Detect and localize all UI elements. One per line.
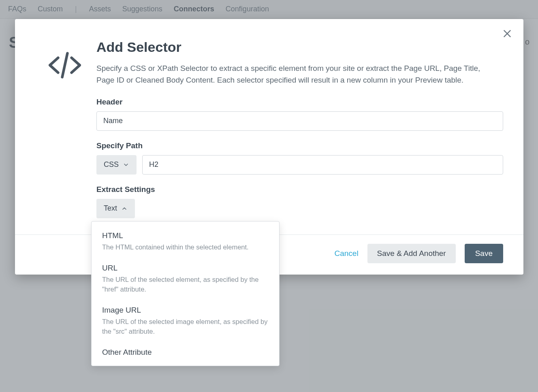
code-icon: [35, 39, 94, 222]
dropdown-item-desc: The URL of the selected image element, a…: [102, 317, 269, 337]
chevron-down-icon: [123, 162, 129, 168]
path-type-value: CSS: [104, 160, 119, 169]
header-input[interactable]: [96, 111, 503, 131]
specify-path-label: Specify Path: [96, 141, 503, 150]
extract-settings-label: Extract Settings: [96, 185, 503, 194]
dropdown-item-title: Image URL: [102, 306, 269, 315]
dropdown-item-other-attribute[interactable]: Other Attribute: [92, 344, 279, 362]
dropdown-item-desc: The URL of the selected element, as spec…: [102, 275, 269, 294]
modal-title: Add Selector: [96, 39, 503, 55]
dropdown-item-desc: The HTML contained within the selected e…: [102, 243, 269, 252]
dropdown-item-url[interactable]: URL The URL of the selected element, as …: [92, 260, 279, 302]
close-button[interactable]: [499, 26, 515, 42]
dropdown-item-image-url[interactable]: Image URL The URL of the selected image …: [92, 302, 279, 344]
dropdown-item-title: Other Attribute: [102, 348, 269, 357]
modal-description: Specify a CSS or XPath Selector to extra…: [96, 62, 497, 86]
path-input[interactable]: [142, 155, 503, 175]
chevron-up-icon: [121, 205, 128, 212]
dropdown-item-html[interactable]: HTML The HTML contained within the selec…: [92, 227, 279, 260]
header-label: Header: [96, 98, 503, 107]
save-add-another-button[interactable]: Save & Add Another: [367, 244, 456, 263]
extract-settings-select[interactable]: Text: [96, 199, 135, 218]
path-type-select[interactable]: CSS: [96, 155, 137, 175]
extract-settings-value: Text: [104, 204, 117, 213]
extract-dropdown: HTML The HTML contained within the selec…: [91, 221, 280, 366]
dropdown-item-title: HTML: [102, 231, 269, 240]
save-button[interactable]: Save: [465, 244, 503, 263]
dropdown-item-title: URL: [102, 264, 269, 273]
close-icon: [502, 28, 512, 39]
cancel-button[interactable]: Cancel: [334, 249, 358, 258]
svg-line-2: [62, 53, 67, 77]
